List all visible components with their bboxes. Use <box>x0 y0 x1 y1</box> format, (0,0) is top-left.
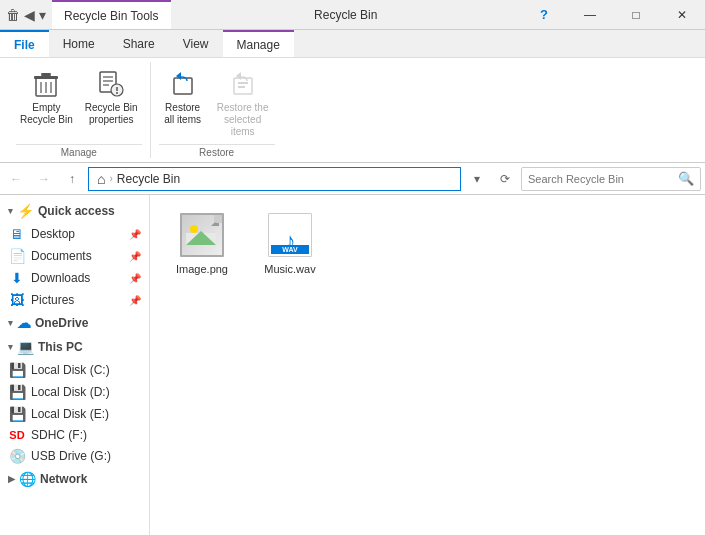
svg-point-20 <box>190 225 198 233</box>
titlebar: 🗑 ◀ ▾ Recycle Bin Tools Recycle Bin ? — … <box>0 0 705 30</box>
music-wav-name: Music.wav <box>254 263 326 275</box>
ribbon-group-manage: EmptyRecycle Bin Re <box>8 62 151 158</box>
restore-group-label: Restore <box>159 144 275 158</box>
quick-access-header[interactable]: ▾ ⚡ Quick access <box>0 199 149 223</box>
restore-selected-icon <box>227 68 259 100</box>
documents-icon: 📄 <box>8 248 26 264</box>
address-bar[interactable]: ⌂ › Recycle Bin <box>88 167 461 191</box>
app-icon: 🗑 <box>6 7 20 23</box>
back-btn[interactable]: ◀ <box>24 7 35 23</box>
restore-selected-label: Restore theselected items <box>215 102 271 138</box>
quick-access-label: Quick access <box>38 204 115 218</box>
dropdown-button[interactable]: ▾ <box>465 167 489 191</box>
ribbon: File Home Share View Manage <box>0 30 705 163</box>
help-button[interactable]: ? <box>521 0 567 29</box>
tab-view[interactable]: View <box>169 30 223 57</box>
file-area: Image.png WAV Music.wav <box>150 195 705 535</box>
sidebar-item-downloads[interactable]: ⬇ Downloads 📌 <box>0 267 149 289</box>
thispc-label: This PC <box>38 340 83 354</box>
restore-all-items-label: Restoreall items <box>164 102 201 126</box>
properties-icon <box>95 68 127 100</box>
empty-recycle-bin-label: EmptyRecycle Bin <box>20 102 73 126</box>
svg-rect-15 <box>174 78 192 94</box>
image-png-icon <box>178 211 226 259</box>
address-path: ⌂ › Recycle Bin <box>97 171 180 187</box>
sidebar-item-documents[interactable]: 📄 Documents 📌 <box>0 245 149 267</box>
sidebar-item-desktop[interactable]: 🖥 Desktop 📌 <box>0 223 149 245</box>
ribbon-group-manage-items: EmptyRecycle Bin Re <box>16 62 142 144</box>
svg-point-14 <box>116 92 118 94</box>
ribbon-group-restore: Restoreall items Restore theselected ite… <box>151 62 283 158</box>
drive-d-label: Local Disk (D:) <box>31 385 141 399</box>
file-item-image-png[interactable]: Image.png <box>162 207 242 279</box>
image-png-name: Image.png <box>166 263 238 275</box>
tab-manage[interactable]: Manage <box>223 30 294 57</box>
search-input[interactable] <box>528 173 674 185</box>
image-png-preview <box>180 213 224 257</box>
svg-rect-4 <box>42 73 50 76</box>
network-header[interactable]: ▶ 🌐 Network <box>0 467 149 491</box>
drive-d-icon: 💾 <box>8 384 26 400</box>
downloads-icon: ⬇ <box>8 270 26 286</box>
path-chevron: › <box>109 173 112 184</box>
manage-group-label: Manage <box>16 144 142 158</box>
recycle-bin-properties-label: Recycle Binproperties <box>85 102 138 126</box>
empty-recycle-icon <box>30 68 62 100</box>
sidebar-item-drive-d[interactable]: 💾 Local Disk (D:) <box>0 381 149 403</box>
sidebar-item-pictures[interactable]: 🖼 Pictures 📌 <box>0 289 149 311</box>
sidebar-item-drive-e[interactable]: 💾 Local Disk (E:) <box>0 403 149 425</box>
search-box[interactable]: 🔍 <box>521 167 701 191</box>
svg-rect-1 <box>34 76 58 79</box>
sidebar-item-drive-c[interactable]: 💾 Local Disk (C:) <box>0 359 149 381</box>
close-button[interactable]: ✕ <box>659 0 705 29</box>
music-wav-icon: WAV <box>266 211 314 259</box>
window-title: Recycle Bin <box>171 8 522 22</box>
sdhc-icon: SD <box>8 429 26 441</box>
recycle-bin-properties-button[interactable]: Recycle Binproperties <box>81 66 142 128</box>
forward-nav-button[interactable]: → <box>32 167 56 191</box>
network-chevron: ▶ <box>8 474 15 484</box>
sdhc-label: SDHC (F:) <box>31 428 141 442</box>
restore-all-icon <box>167 68 199 100</box>
minimize-button[interactable]: — <box>567 0 613 29</box>
file-item-music-wav[interactable]: WAV Music.wav <box>250 207 330 279</box>
drive-e-icon: 💾 <box>8 406 26 422</box>
restore-selected-button[interactable]: Restore theselected items <box>211 66 275 140</box>
thispc-header[interactable]: ▾ 💻 This PC <box>0 335 149 359</box>
ribbon-content: EmptyRecycle Bin Re <box>0 58 705 162</box>
search-icon: 🔍 <box>678 171 694 186</box>
ribbon-group-restore-items: Restoreall items Restore theselected ite… <box>159 62 275 144</box>
home-icon: ⌂ <box>97 171 105 187</box>
quick-access-toolbar: 🗑 ◀ ▾ <box>0 7 52 23</box>
music-wav-preview: WAV <box>268 213 312 257</box>
onedrive-label: OneDrive <box>35 316 88 330</box>
up-nav-button[interactable]: ↑ <box>60 167 84 191</box>
usb-label: USB Drive (G:) <box>31 449 141 463</box>
sidebar-item-usb[interactable]: 💿 USB Drive (G:) <box>0 445 149 467</box>
tab-home[interactable]: Home <box>49 30 109 57</box>
pictures-icon: 🖼 <box>8 292 26 308</box>
customize-btn[interactable]: ▾ <box>39 7 46 23</box>
pictures-pin: 📌 <box>129 295 141 306</box>
refresh-button[interactable]: ⟳ <box>493 167 517 191</box>
documents-pin: 📌 <box>129 251 141 262</box>
empty-recycle-bin-button[interactable]: EmptyRecycle Bin <box>16 66 77 128</box>
tab-file[interactable]: File <box>0 30 49 57</box>
thispc-chevron: ▾ <box>8 342 13 352</box>
downloads-pin: 📌 <box>129 273 141 284</box>
back-nav-button[interactable]: ← <box>4 167 28 191</box>
desktop-icon: 🖥 <box>8 226 26 242</box>
maximize-button[interactable]: □ <box>613 0 659 29</box>
main-container: ▾ ⚡ Quick access 🖥 Desktop 📌 📄 Documents… <box>0 195 705 535</box>
drive-e-label: Local Disk (E:) <box>31 407 141 421</box>
network-label: Network <box>40 472 87 486</box>
usb-icon: 💿 <box>8 448 26 464</box>
drive-c-label: Local Disk (C:) <box>31 363 141 377</box>
restore-all-items-button[interactable]: Restoreall items <box>159 66 207 128</box>
manage-tab-title[interactable]: Recycle Bin Tools <box>52 0 171 29</box>
tab-share[interactable]: Share <box>109 30 169 57</box>
window-controls: ? — □ ✕ <box>521 0 705 29</box>
sidebar-item-sdhc[interactable]: SD SDHC (F:) <box>0 425 149 445</box>
svg-rect-18 <box>238 86 245 88</box>
onedrive-header[interactable]: ▾ ☁ OneDrive <box>0 311 149 335</box>
